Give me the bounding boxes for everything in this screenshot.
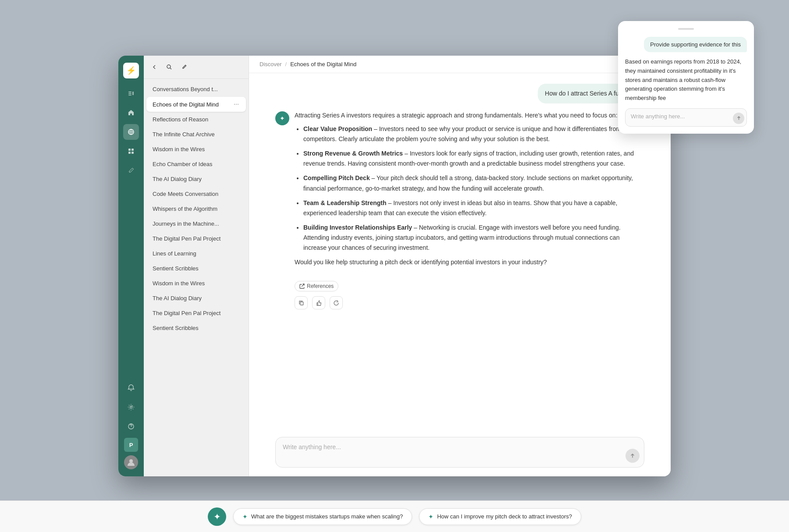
ai-point: Compelling Pitch Deck – Your pitch deck … [303, 173, 644, 193]
copy-button[interactable] [295, 296, 308, 309]
references-button[interactable]: References [295, 281, 338, 291]
bottom-bar: ✦ ✦ What are the biggest mistakes startu… [0, 500, 789, 532]
nav-collapse-icon[interactable] [123, 85, 139, 101]
suggestion-chip-2[interactable]: ✦ How can I improve my pitch deck to att… [419, 508, 581, 525]
sidebar-item[interactable]: Journeys in the Machine... [146, 216, 246, 231]
sidebar-item[interactable]: Whispers of the Algorithm [146, 202, 246, 216]
chat-send-button[interactable] [626, 449, 640, 463]
breadcrumb-parent: Discover [259, 61, 282, 67]
sidebar-item[interactable]: Echo Chamber of Ideas [146, 157, 246, 171]
popup-input-wrapper: Write anything here... [625, 108, 747, 127]
svg-rect-2 [128, 95, 132, 96]
nav-settings-icon[interactable] [123, 399, 139, 415]
sidebar-item[interactable]: The Digital Pen Pal Project [146, 306, 246, 320]
sidebar-item[interactable]: Sentient Scribbles [146, 261, 246, 276]
suggestion-chip-1[interactable]: ✦ What are the biggest mistakes startups… [233, 508, 412, 525]
back-button[interactable] [148, 61, 160, 73]
sidebar-item[interactable]: Echoes of the Digital Mind⋯ [146, 97, 246, 112]
avatar[interactable] [124, 455, 138, 469]
svg-rect-5 [128, 149, 131, 151]
nav-globe-icon[interactable] [123, 124, 139, 140]
popup-ai-text: Based on earnings reports from 2018 to 2… [625, 57, 747, 103]
nav-rail: ⚡ [118, 56, 144, 476]
sidebar-item[interactable]: The Digital Pen Pal Project [146, 231, 246, 246]
nav-apps-icon[interactable] [123, 143, 139, 159]
sidebar-item[interactable]: Wisdom in the Wires [146, 276, 246, 291]
ai-intro: Attracting Series A investors requires a… [295, 112, 618, 119]
sidebar-item[interactable]: Wisdom in the Wires [146, 142, 246, 156]
nav-bell-icon[interactable] [123, 380, 139, 396]
sidebar-item[interactable]: Code Meets Conversation [146, 187, 246, 201]
like-button[interactable] [312, 296, 325, 309]
svg-rect-7 [128, 152, 131, 154]
ai-points-list: Clear Value Proposition – Investors need… [295, 124, 644, 253]
ai-message: ✦ Attracting Series A investors requires… [275, 110, 644, 309]
sidebar-item[interactable]: The Infinite Chat Archive [146, 127, 246, 142]
breadcrumb-separator: / [285, 61, 287, 67]
nav-home-icon[interactable] [123, 105, 139, 121]
chat-input-area: Write anything here... [275, 437, 644, 468]
popup-input-area[interactable]: Write anything here... [625, 108, 747, 127]
suggestion-label-2: How can I improve my pitch deck to attra… [437, 513, 572, 520]
sidebar-item[interactable]: Reflections of Reason [146, 112, 246, 127]
breadcrumb: Discover / Echoes of the Digital Mind [249, 56, 671, 73]
sidebar-item[interactable]: The AI Dialog Diary [146, 172, 246, 186]
nav-edit-icon[interactable] [123, 163, 139, 178]
popup-user-message: Provide supporting evidence for this [644, 37, 747, 52]
chat-input-wrapper: Write anything here... [249, 432, 671, 476]
suggestion-label-1: What are the biggest mistakes startups m… [251, 513, 403, 520]
svg-rect-0 [128, 92, 132, 92]
popup-send-button[interactable] [733, 113, 744, 124]
sidebar-item[interactable]: Sentient Scribbles [146, 321, 246, 335]
chat-area: How do I attract Series A funding? ✦ Att… [249, 73, 671, 432]
ai-outro: Would you like help structuring a pitch … [295, 259, 547, 266]
nav-help-icon[interactable] [123, 419, 139, 434]
chip-icon-2: ✦ [428, 513, 434, 520]
action-icons [295, 296, 644, 309]
new-chat-button[interactable] [178, 61, 190, 73]
chip-icon-1: ✦ [242, 513, 248, 520]
sidebar-item[interactable]: Lines of Learning [146, 246, 246, 261]
svg-rect-8 [132, 152, 134, 154]
brand-logo[interactable]: ⚡ [123, 63, 139, 78]
sidebar-item[interactable]: The AI Dialog Diary [146, 291, 246, 305]
main-content: Discover / Echoes of the Digital Mind Ho… [249, 56, 671, 476]
ai-point: Building Investor Relationships Early – … [303, 223, 644, 253]
popup-drag-handle [678, 28, 694, 30]
svg-rect-1 [128, 93, 132, 94]
references-label: References [307, 283, 334, 289]
popup-input-placeholder: Write anything here... [631, 113, 685, 120]
sidebar-header [144, 56, 249, 79]
svg-point-9 [130, 406, 132, 408]
sidebar-item[interactable]: Conversations Beyond t... [146, 82, 246, 96]
chat-input-placeholder[interactable]: Write anything here... [283, 443, 341, 450]
svg-point-12 [167, 65, 171, 68]
svg-point-11 [129, 459, 133, 463]
ai-point: Clear Value Proposition – Investors need… [303, 124, 644, 144]
ai-point: Team & Leadership Strength – Investors n… [303, 198, 644, 218]
ai-avatar-icon: ✦ [280, 115, 285, 122]
sidebar: Conversations Beyond t...Echoes of the D… [144, 56, 249, 476]
ai-bubble: Attracting Series A investors requires a… [295, 110, 644, 309]
svg-rect-6 [132, 149, 134, 151]
ai-point: Strong Revenue & Growth Metrics – Invest… [303, 149, 644, 169]
app-window: ⚡ [118, 56, 671, 476]
new-chat-fab[interactable]: ✦ [208, 507, 226, 526]
floating-popup: Provide supporting evidence for this Bas… [618, 21, 754, 134]
ai-avatar: ✦ [275, 111, 289, 125]
svg-rect-13 [300, 302, 303, 305]
svg-rect-3 [132, 92, 134, 95]
breadcrumb-current: Echoes of the Digital Mind [290, 61, 356, 67]
user-p-badge[interactable]: P [124, 438, 138, 452]
search-button[interactable] [163, 61, 175, 73]
sidebar-list: Conversations Beyond t...Echoes of the D… [144, 79, 249, 476]
refresh-button[interactable] [330, 296, 343, 309]
